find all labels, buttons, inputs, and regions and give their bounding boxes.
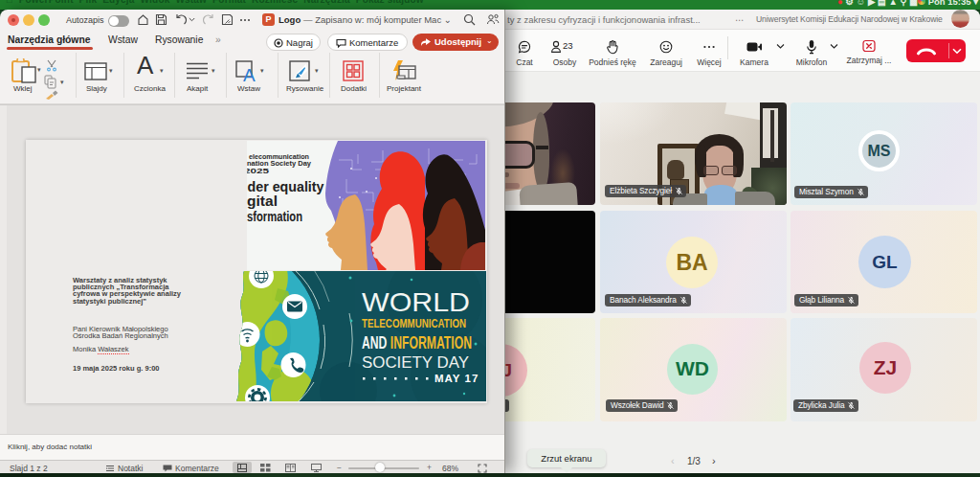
svg-text:AND INFORMATION: AND INFORMATION	[362, 333, 472, 352]
svg-text:TELECOMMUNICATION: TELECOMMUNICATION	[362, 316, 466, 330]
svg-text:23: 23	[563, 40, 573, 51]
svg-text:sformation: sformation	[247, 209, 302, 224]
svg-text:gital: gital	[247, 193, 278, 209]
svg-text:WORLD: WORLD	[362, 287, 470, 317]
svg-text:SOCIETY DAY: SOCIETY DAY	[362, 354, 469, 371]
svg-text:A: A	[243, 65, 256, 83]
svg-text:elecommunication: elecommunication	[249, 153, 309, 160]
svg-text:2025: 2025	[247, 168, 269, 174]
svg-text:der equality: der equality	[248, 179, 324, 194]
svg-text:MAY 17: MAY 17	[434, 373, 479, 384]
